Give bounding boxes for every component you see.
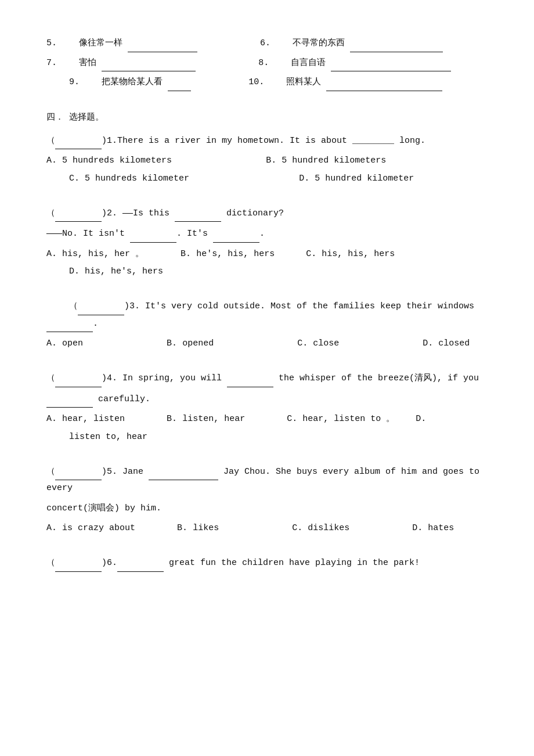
q2-choice-d-label: D.	[69, 267, 80, 276]
q2-paren-open: （	[46, 208, 55, 218]
item-5-num: 5.	[46, 38, 57, 48]
q5-paren-open: （	[46, 467, 55, 477]
q4-blank1	[227, 370, 273, 387]
q3-choice-c-text: close	[313, 339, 339, 348]
q2-blank3	[213, 225, 259, 243]
q3-choice-d-label: D.	[423, 339, 433, 348]
q1-choice-c-label: C.	[69, 174, 80, 183]
q4-choice-a-text: hear, listen	[62, 414, 125, 424]
item-7-cn: 害怕	[79, 58, 96, 68]
q1-choice-d-text: 5 hundred kilometer	[315, 174, 414, 183]
q2-choice-d: D. his, he's, hers	[46, 264, 488, 280]
q4-blank2	[46, 391, 93, 408]
q2-choice-d-text: his, he's, hers	[85, 267, 163, 276]
q4-answer-blank	[55, 370, 102, 387]
q2-choices: A. his, his, her 。 B. he's, his, hers C.…	[46, 246, 488, 280]
q4-choice-ab: A. hear, listen B. listen, hear C. hear,…	[46, 411, 488, 428]
item-6-blank	[350, 35, 443, 52]
item-5-indent	[62, 35, 74, 52]
q5-choice-b-label: B.	[177, 523, 187, 533]
item-6-num: 6.	[260, 38, 270, 48]
q1-choice-d-label: D.	[299, 174, 309, 183]
item-5-cn: 像往常一样	[79, 38, 122, 48]
item-7-num: 7.	[46, 58, 57, 68]
q3-choice-a-label: A.	[46, 339, 57, 348]
q5-answer-blank	[55, 463, 102, 481]
q4-choice-a-label: A.	[46, 414, 57, 424]
q4-stem: （ )4. In spring, you will the whisper of…	[46, 370, 488, 387]
item-9-blank	[168, 74, 191, 91]
q3-paren-open: （	[69, 301, 78, 311]
q1-stem: （ )1.There is a river in my hometown. It…	[46, 132, 488, 150]
q5-blank	[149, 463, 218, 481]
q2-choice-abc: A. his, his, her 。 B. he's, his, hers C.…	[46, 246, 488, 263]
item-8-spacer	[201, 58, 253, 68]
q5-choice-a-text: is crazy about	[62, 523, 135, 533]
q4-choice-b-label: B.	[167, 414, 177, 424]
q1-choice-a-label: A.	[46, 156, 57, 165]
item-10-spacer	[196, 77, 243, 87]
question-6: （ )6. great fun the children have playin…	[46, 555, 488, 572]
q1-stem-text: )1.There is a river in my hometown. It i…	[102, 136, 425, 146]
q4-stem2: carefully.	[46, 391, 488, 408]
item-5-blank	[128, 35, 197, 52]
q6-answer-blank	[55, 555, 102, 572]
q2-stem-text: )2. ——Is this dictionary?	[102, 208, 284, 218]
q6-stem: （ )6. great fun the children have playin…	[46, 555, 488, 572]
q2-choice-b-label: B.	[181, 249, 191, 259]
section4-title: 四． 选择题。	[46, 110, 488, 127]
q5-choice-a-label: A.	[46, 523, 57, 533]
question-3: （ )3. It's very cold outside. Most of th…	[46, 298, 488, 352]
section4: 四． 选择题。 （ )1.There is a river in my home…	[46, 110, 488, 572]
q6-stem-text: )6. great fun the children have playing …	[102, 558, 420, 568]
question-4: （ )4. In spring, you will the whisper of…	[46, 370, 488, 445]
q4-choice-d-text: listen to, hear	[69, 432, 147, 442]
q5-choice-c-text: dislikes	[308, 523, 349, 533]
q1-choice-spacer	[177, 156, 261, 165]
q4-stem-text: )4. In spring, you will the whisper of t…	[102, 373, 479, 383]
item-8-blank	[331, 55, 451, 72]
q5-choice-abcd: A. is crazy about B. likes C. dislikes D…	[46, 520, 488, 537]
q4-choice-d-label: D.	[416, 414, 426, 424]
worksheet-container: 5. 像往常一样 6. 不寻常的东西 7. 害怕 8.	[46, 35, 488, 572]
q1-paren-open: （	[46, 136, 55, 146]
fill-row-3: 9. 把某物给某人看 10. 照料某人	[46, 74, 488, 91]
q3-choice-abcd: A. open B. opened C. close D. closed	[46, 336, 488, 352]
q1-choices: A. 5 hundreds kilometers B. 5 hundred ki…	[46, 153, 488, 187]
q6-paren-open: （	[46, 558, 55, 568]
fill-section: 5. 像往常一样 6. 不寻常的东西 7. 害怕 8.	[46, 35, 488, 91]
q2-choice-a-text: his, his, her 。	[62, 249, 144, 259]
q4-choice-c-text: hear, listen to 。	[302, 414, 395, 424]
fill-row-2: 7. 害怕 8. 自言自语	[46, 55, 488, 72]
q3-choice-b-text: opened	[182, 339, 214, 348]
question-1: （ )1.There is a river in my hometown. It…	[46, 132, 488, 188]
item-10-cn: 照料某人	[286, 77, 321, 87]
q5-stem: （ )5. Jane Jay Chou. She buys every albu…	[46, 463, 488, 497]
q3-choice-a-text: open	[62, 339, 83, 348]
q2-choice-c-text: his, his, hers	[322, 249, 395, 259]
q1-choice-c-text: 5 hundreds kilometer	[85, 174, 189, 183]
q2-blank2	[130, 225, 176, 243]
fill-row-1: 5. 像往常一样 6. 不寻常的东西	[46, 35, 488, 52]
q4-paren-open: （	[46, 373, 55, 383]
q2-choice-a-label: A.	[46, 249, 57, 259]
q2-answer-blank	[55, 205, 102, 222]
q1-choice-spacer2	[194, 174, 294, 183]
q1-choice-b-label: B.	[266, 156, 276, 165]
q3-choice-d-text: closed	[438, 339, 470, 348]
q4-choice-b-text: listen, hear	[182, 414, 245, 424]
q5-choices: A. is crazy about B. likes C. dislikes D…	[46, 520, 488, 537]
item-8-num: 8.	[258, 58, 269, 68]
q4-choice-c-label: C.	[287, 414, 297, 424]
q4-choice-d: listen to, hear	[46, 429, 488, 446]
question-2: （ )2. ——Is this dictionary? ———No. It is…	[46, 205, 488, 280]
question-5: （ )5. Jane Jay Chou. She buys every albu…	[46, 463, 488, 537]
q3-choice-b-label: B.	[167, 339, 177, 348]
item-6-spacer	[203, 38, 255, 48]
item-10-num: 10.	[248, 77, 264, 87]
q6-blank	[117, 555, 164, 572]
q1-choice-a-text: 5 hundreds kilometers	[62, 156, 172, 165]
item-8-cn: 自言自语	[291, 58, 326, 68]
item-7-blank	[102, 55, 196, 72]
q1-choice-b-text: 5 hundred kilometers	[282, 156, 386, 165]
